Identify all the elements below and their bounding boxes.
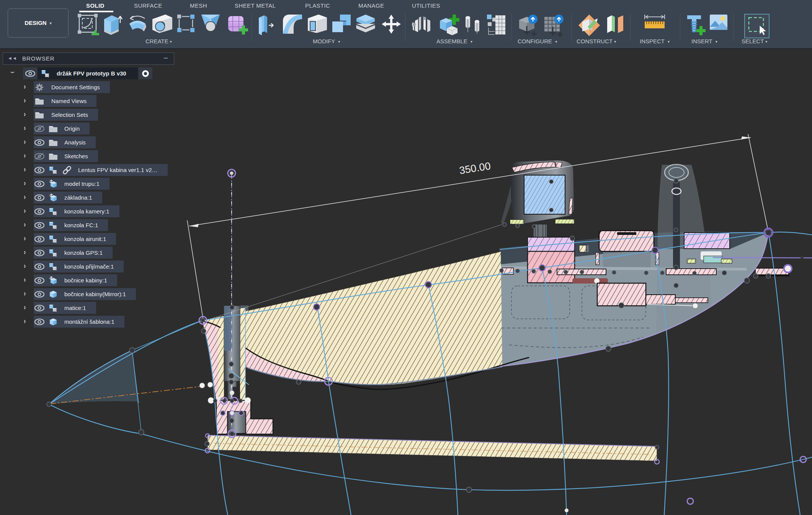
svg-text:350.00: 350.00 (458, 160, 491, 177)
